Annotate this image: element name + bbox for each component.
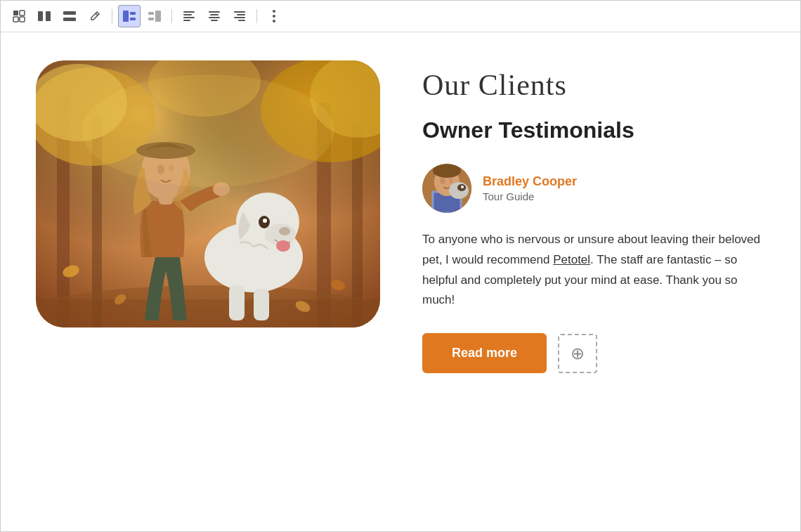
svg-rect-21 (211, 20, 218, 21)
svg-point-53 (279, 227, 290, 235)
author-info: Bradley Cooper Tour Guide (483, 174, 577, 202)
right-panel: Our Clients Owner Testimonials (422, 60, 765, 373)
layout-cols-button[interactable] (33, 5, 56, 27)
svg-rect-3 (20, 17, 25, 22)
svg-point-70 (433, 164, 461, 178)
separator-1 (112, 9, 112, 23)
testimonial-text: To anyone who is nervous or unsure about… (422, 230, 765, 311)
separator-3 (256, 9, 257, 23)
svg-rect-9 (130, 12, 136, 15)
svg-rect-24 (234, 17, 245, 18)
svg-rect-10 (130, 18, 136, 20)
text-align-right-button[interactable] (228, 5, 251, 27)
svg-point-54 (276, 240, 290, 252)
svg-rect-14 (183, 11, 195, 13)
svg-rect-0 (13, 11, 18, 15)
read-more-button[interactable]: Read more (422, 333, 547, 373)
svg-rect-6 (63, 11, 76, 15)
svg-rect-16 (183, 17, 195, 18)
pencil-button[interactable] (84, 5, 106, 27)
svg-rect-19 (210, 14, 219, 15)
author-role: Tour Guide (483, 190, 577, 202)
svg-rect-7 (63, 18, 76, 21)
svg-rect-25 (238, 20, 245, 21)
pet-image (36, 60, 380, 327)
svg-rect-13 (148, 18, 154, 20)
svg-rect-58 (254, 289, 269, 320)
svg-rect-12 (148, 12, 154, 15)
svg-rect-22 (234, 11, 245, 13)
content-area: Our Clients Owner Testimonials (1, 32, 800, 531)
svg-point-73 (449, 182, 469, 199)
author-avatar (422, 164, 471, 213)
svg-rect-57 (229, 285, 245, 320)
svg-rect-18 (209, 11, 220, 13)
svg-rect-11 (155, 11, 161, 22)
svg-point-56 (263, 219, 267, 223)
svg-rect-17 (183, 20, 190, 21)
more-options-button[interactable] (263, 5, 285, 27)
svg-point-72 (449, 178, 453, 183)
svg-rect-15 (183, 14, 192, 15)
separator-2 (171, 9, 172, 23)
svg-point-63 (82, 74, 334, 187)
view-toggle-button[interactable] (8, 5, 30, 27)
svg-point-26 (273, 10, 275, 13)
subsection-title: Owner Testimonials (422, 117, 765, 143)
svg-point-75 (461, 186, 464, 188)
editor-frame: Our Clients Owner Testimonials (0, 0, 801, 532)
svg-point-27 (273, 15, 275, 18)
text-align-left-button[interactable] (178, 5, 200, 27)
align-left-solid-button[interactable] (118, 5, 141, 27)
svg-rect-23 (237, 14, 245, 15)
svg-rect-4 (38, 11, 43, 21)
testimonial-author: Bradley Cooper Tour Guide (422, 164, 765, 213)
testimonial-highlight: Petotel (553, 253, 590, 266)
editor-toolbar (1, 1, 800, 32)
author-name: Bradley Cooper (483, 174, 577, 189)
layout-rows-button[interactable] (58, 5, 81, 27)
svg-rect-20 (209, 17, 220, 18)
svg-rect-5 (46, 11, 51, 21)
align-right-icon-button[interactable] (143, 5, 166, 27)
section-title: Our Clients (422, 67, 765, 103)
text-align-center-button[interactable] (203, 5, 226, 27)
svg-point-71 (440, 177, 445, 184)
plus-circle-icon: ⊕ (571, 344, 585, 363)
left-panel (36, 60, 380, 327)
svg-rect-2 (13, 17, 18, 22)
svg-rect-1 (20, 11, 25, 15)
svg-point-28 (273, 20, 275, 22)
svg-rect-8 (123, 11, 129, 22)
svg-rect-43 (36, 299, 380, 327)
action-row: Read more ⊕ (422, 333, 765, 373)
add-button[interactable]: ⊕ (558, 334, 597, 373)
